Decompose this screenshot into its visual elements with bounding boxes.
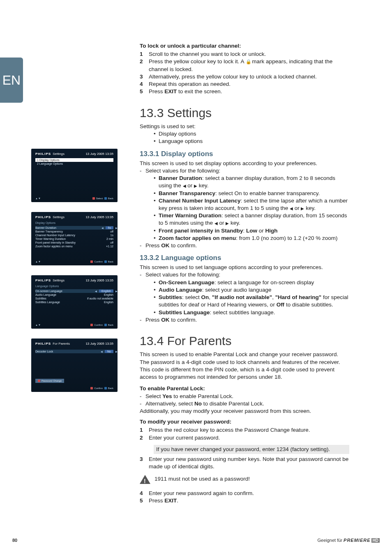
step-number: 5 (140, 497, 149, 504)
ok-hint: Confirm (90, 387, 103, 389)
modify-password-heading: To modify your receiver password: (140, 418, 349, 426)
screenshot-settings-menu: PHILIPSSettings 13 July 2005 13:35 1 Dis… (31, 149, 118, 202)
step-text: Press the red colour key to access the P… (149, 426, 349, 434)
lock-heading: To lock or unlock a particular channel: (140, 42, 349, 50)
table-row: Banner Duration5s (35, 226, 113, 230)
left-arrow-icon (290, 205, 293, 211)
screenshot-time: 13 July 2005 13:35 (85, 342, 113, 345)
bullet-text: Channel Number Input Latency: select the… (159, 197, 349, 212)
ok-hint: Select (92, 197, 103, 200)
bullet-text: Display options (159, 130, 196, 138)
exit-hint: Back (104, 324, 113, 326)
step-text: Repeat this operation as needed. (149, 81, 349, 88)
screenshot-language-options: PHILIPSSettings 13 July 2005 13:35 Langu… (31, 275, 118, 329)
screenshot-subtitle: Display Options (35, 221, 113, 224)
step-number: 4 (140, 81, 149, 88)
bullet-text: Subtitles: select On, "If audio not avai… (159, 294, 349, 309)
step-text: Enter your current password. (149, 434, 349, 442)
screenshot-brand: PHILIPS (35, 342, 51, 345)
bullet-text: Timer Warning Duration: select a banner … (159, 212, 349, 227)
password-change-hint: Password Change (35, 379, 64, 383)
right-arrow-icon (194, 182, 197, 189)
step-text: Alternatively, press the yellow colour k… (149, 73, 349, 81)
table-row: On-screen LanguageEnglish (35, 289, 113, 293)
table-row: Subtitlesif audio not available (35, 297, 113, 300)
list-item: 2 Language Options (35, 162, 113, 166)
step-text: Press EXIT to exit the screen. (149, 88, 349, 95)
section-13-4-para: This screen is used to enable Parental L… (140, 351, 349, 381)
step-text: Scroll to the channel you want to lock o… (149, 51, 349, 58)
section-13-3-1-intro: This screen is used to set display optio… (140, 160, 349, 167)
lock-icon: 🔒 (246, 59, 251, 65)
dash-text: Alternatively, select No to disable Pare… (145, 400, 264, 408)
section-13-3-title: 13.3 Settings (140, 105, 349, 122)
bullet-text: On-Screen Language: select a language fo… (159, 279, 314, 286)
screenshot-column: PHILIPSSettings 13 July 2005 13:35 1 Dis… (31, 149, 118, 402)
screenshot-time: 13 July 2005 13:35 (85, 215, 113, 219)
dash-text: Select Yes to enable Parental Lock. (145, 393, 233, 400)
step-text: Press the yellow colour key to lock it. … (149, 58, 349, 73)
screenshot-subtitle: Language Options (35, 285, 113, 288)
screenshot-time: 13 July 2005 13:35 (85, 152, 113, 156)
exit-hint: Back (104, 260, 113, 263)
step-number: 5 (140, 88, 149, 95)
screenshot-for-parents: PHILIPSFor Parents 13 July 2005 13:35 De… (31, 339, 118, 392)
screenshot-display-options: PHILIPSSettings 13 July 2005 13:35 Displ… (31, 212, 118, 265)
step-number: 4 (140, 490, 149, 497)
page-number: 80 (12, 538, 17, 543)
lock-steps: 1Scroll to the channel you want to lock … (140, 51, 349, 95)
nav-hint (35, 197, 43, 200)
enable-lock-heading: To enable Parental Lock: (140, 385, 349, 392)
nav-hint (35, 324, 43, 326)
bullet-text: Front panel intensity in Standby: Low or… (159, 227, 278, 235)
table-row: Timer Warning Duration2 min (35, 237, 113, 241)
section-13-3-2-intro: This screen is used to set language opti… (140, 264, 349, 271)
screenshot-crumb: For Parents (53, 342, 70, 345)
screenshot-brand: PHILIPS (35, 279, 51, 282)
bullet-text: Audio Language: select your audio langua… (159, 286, 272, 294)
table-row: Channel Number Input Latency1s (35, 233, 113, 237)
section-13-3-intro: Settings is used to set: (140, 123, 349, 130)
left-arrow-icon (214, 220, 218, 226)
screenshot-brand: PHILIPS (35, 152, 51, 156)
screenshot-brand: PHILIPS (35, 215, 51, 219)
section-13-3-1-title: 13.3.1 Display options (140, 150, 349, 159)
dash-text: Select values for the following: (145, 167, 220, 175)
ok-hint: Confirm (90, 260, 103, 263)
step-number: 3 (140, 456, 149, 470)
left-arrow-icon (183, 182, 186, 189)
page-footer: 80 Geeignet für PREMIEREHD (12, 538, 380, 543)
warning-icon (140, 475, 150, 484)
screenshot-time: 13 July 2005 13:35 (85, 279, 113, 282)
step-text: Enter your new password again to confirm… (149, 490, 349, 497)
dash-text: Press OK to confirm. (145, 316, 197, 324)
step-number: 1 (140, 51, 149, 58)
dash-text: Press OK to confirm. (145, 242, 197, 249)
step-number: 3 (140, 73, 149, 81)
language-tab: EN (0, 58, 23, 103)
warning-block: 1911 must not be used as a password! (140, 475, 349, 484)
step-text: Press EXIT. (149, 497, 349, 504)
footer-right: Geeignet für PREMIEREHD (317, 538, 380, 543)
ok-hint: Confirm (90, 324, 103, 326)
table-row: Front panel intensity in Standbyoff (35, 241, 113, 244)
step-number: 1 (140, 426, 149, 434)
nav-hint (35, 260, 43, 263)
additional-text: Additionally, you may modify your receiv… (140, 408, 349, 415)
table-row: Decoder LockNo (35, 350, 113, 353)
section-13-4-title: 13.4 For Parents (140, 333, 349, 350)
exit-hint: Back (104, 387, 113, 389)
dash-text: Select values for the following: (145, 271, 220, 279)
table-row: Audio LanguageEnglish (35, 293, 113, 297)
step-number: 2 (140, 58, 149, 73)
bullet-text: Banner Transparency: select On to enable… (159, 190, 320, 197)
step-text: Enter your new password using number key… (149, 456, 349, 470)
factory-password-note: If you have never changed your password,… (154, 445, 349, 454)
warning-text: 1911 must not be used as a password! (154, 475, 250, 483)
bullet-text: Banner Duration: select a banner display… (159, 175, 349, 189)
table-row: Zoom factor applies on menu×1.12 (35, 244, 113, 248)
list-item: 1 Display Options (35, 158, 113, 162)
exit-hint: Back (104, 197, 113, 200)
section-13-3-2-title: 13.3.2 Language options (140, 253, 349, 263)
bullet-text: Subtitles Language: select subtitles lan… (159, 309, 275, 316)
